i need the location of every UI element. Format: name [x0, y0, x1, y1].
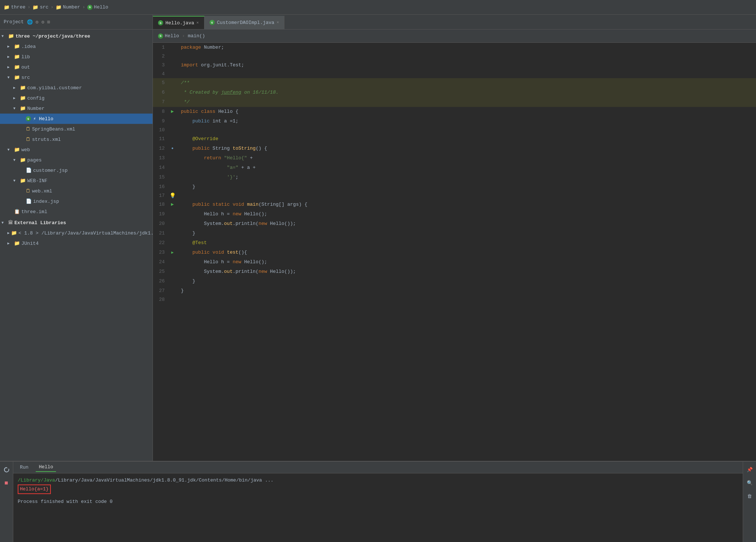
- console-highlighted-output: Hello{a=1}: [18, 484, 51, 494]
- bc-hello-icon: G: [158, 34, 163, 39]
- filter-btn[interactable]: 🔍: [745, 478, 755, 488]
- customer-jsp-icon: 📄: [26, 167, 32, 173]
- line-num-27: 27: [153, 287, 167, 295]
- code-7: */: [178, 97, 756, 107]
- line-num-8: 8: [153, 108, 167, 116]
- sidebar-item-three-iml[interactable]: 📋 three.iml: [0, 206, 153, 217]
- sidebar-item-webinf[interactable]: 📁 WEB-INF: [0, 176, 153, 186]
- sidebar-header: Project 🌐 ⚙ ⚙ ⊞: [0, 15, 153, 29]
- stop-btn[interactable]: ⏹: [1, 478, 12, 488]
- code-24: Hello h = new Hello();: [178, 257, 756, 267]
- sidebar-lib-label: lib: [21, 54, 30, 60]
- bottom-left-toolbar: ⏹: [0, 462, 13, 542]
- code-lines-container: 1 package Number; 2 3 import org.junit.T…: [153, 43, 756, 461]
- sidebar-item-java18[interactable]: 📁 < 1.8 > /Library/Java/JavaVirtualMachi…: [0, 228, 153, 238]
- globe-icon[interactable]: 🌐: [27, 19, 33, 25]
- console-output: /Library/Java/Library/Java/JavaVirtualMa…: [13, 473, 743, 542]
- sidebar-item-src[interactable]: 📁 src: [0, 72, 153, 83]
- sidebar-item-out[interactable]: 📁 out: [0, 62, 153, 72]
- code-line-27: 27 }: [153, 286, 756, 296]
- tab-customerdao[interactable]: G CustomerDAOImpl.java ×: [204, 16, 285, 29]
- breadcrumb-project[interactable]: 📁 three: [4, 4, 25, 10]
- code-2: [178, 56, 756, 57]
- code-19: Hello h = new Hello();: [178, 209, 756, 219]
- console-line-1: /Library/Java/Library/Java/JavaVirtualMa…: [18, 476, 738, 484]
- bc-hello[interactable]: G Hello: [158, 33, 179, 39]
- sidebar-item-springbeans[interactable]: 🗒 SpringBeans.xml: [0, 124, 153, 134]
- sidebar-item-idea[interactable]: 📁 .idea: [0, 41, 153, 52]
- sidebar: Project 🌐 ⚙ ⚙ ⊞ 📁 three ~/project/java/t…: [0, 15, 153, 461]
- line-num-14: 14: [153, 164, 167, 172]
- breadcrumb-hello[interactable]: G Hello: [87, 4, 108, 10]
- code-line-7: 7 */: [153, 97, 756, 107]
- bottom-panel: ⏹ Run Hello /Library/Java/Library/Java/J…: [0, 461, 756, 542]
- line-num-4: 4: [153, 70, 167, 78]
- gutter-23: ▶: [167, 249, 178, 257]
- bc-main[interactable]: main(): [188, 33, 205, 39]
- top-breadcrumb-bar: 📁 three › 📁 src › 📁 Number › G Hello: [0, 0, 756, 15]
- code-8: public class Hello {: [178, 107, 756, 117]
- number-folder-icon: 📁: [56, 4, 62, 10]
- code-area[interactable]: 1 package Number; 2 3 import org.junit.T…: [153, 43, 756, 461]
- line-num-3: 3: [153, 61, 167, 69]
- arrow-number: [13, 107, 18, 111]
- breadcrumb-sep-3: ›: [83, 5, 85, 10]
- bottom-tab-hello[interactable]: Hello: [36, 463, 56, 472]
- breadcrumb-sep-1: ›: [28, 5, 30, 10]
- sidebar-webxml-label: web.xml: [32, 188, 52, 194]
- breadcrumb-src[interactable]: 📁 src: [32, 4, 48, 10]
- code-line-22: 22 @Test: [153, 238, 756, 248]
- console-exit-message: Process finished with exit code 0: [18, 499, 112, 504]
- sidebar-item-extlibs[interactable]: 🏛 External Libraries: [0, 218, 153, 228]
- breadcrumb-hello-label: Hello: [94, 4, 108, 10]
- pin-btn[interactable]: 📌: [745, 465, 755, 475]
- line-num-20: 20: [153, 220, 167, 228]
- sidebar-item-config[interactable]: 📁 config: [0, 93, 153, 103]
- gear-icon[interactable]: ⚙: [41, 19, 44, 25]
- code-line-26: 26 }: [153, 277, 756, 286]
- indexjsp-icon: 📄: [26, 198, 32, 204]
- sidebar-idea-label: .idea: [21, 44, 36, 49]
- hello-tab-bottom-label: Hello: [39, 464, 53, 470]
- code-line-21: 21 }: [153, 229, 756, 238]
- expand-icon[interactable]: ⊞: [47, 19, 50, 25]
- arrow-junit4: [7, 241, 13, 246]
- bc-hello-label: Hello: [165, 33, 179, 39]
- sidebar-item-three[interactable]: 📁 three ~/project/java/three: [0, 31, 153, 41]
- arrow-pages: [13, 158, 18, 162]
- out-folder-icon: 📁: [14, 64, 20, 70]
- code-line-16: 16 }: [153, 182, 756, 192]
- arrow-src: [7, 76, 13, 80]
- arrow-lib: [7, 55, 13, 59]
- code-line-12: 12 ● public String toString() {: [153, 144, 756, 153]
- rerun-btn[interactable]: [1, 465, 12, 475]
- sidebar-item-junit4[interactable]: 📁 JUnit4: [0, 238, 153, 249]
- hello-tab-close[interactable]: ×: [196, 21, 199, 25]
- struts-icon: 🗒: [26, 137, 31, 142]
- customerdao-tab-icon: G: [210, 20, 215, 25]
- lib-folder-icon: 📁: [14, 54, 20, 60]
- code-5: /**: [178, 78, 756, 88]
- breadcrumb-number[interactable]: 📁 Number: [56, 4, 80, 10]
- sidebar-item-web-xml[interactable]: 🗒 web.xml: [0, 186, 153, 196]
- sidebar-item-pages[interactable]: 📁 pages: [0, 155, 153, 165]
- sidebar-item-web[interactable]: 📁 web: [0, 145, 153, 155]
- sidebar-item-index-jsp[interactable]: 📄 index.jsp: [0, 196, 153, 206]
- line-num-7: 7: [153, 98, 167, 106]
- bottom-tab-run[interactable]: Run: [17, 463, 31, 472]
- trash-btn[interactable]: 🗑: [745, 491, 755, 501]
- line-num-10: 10: [153, 126, 167, 134]
- config-icon[interactable]: ⚙: [36, 19, 39, 25]
- tab-hello-java[interactable]: G Hello.java ×: [153, 16, 204, 29]
- sidebar-item-com[interactable]: 📁 com.yiibai.customer: [0, 83, 153, 93]
- arrow-three: [1, 34, 7, 38]
- arrow-java18: [7, 231, 10, 235]
- arrow-out: [7, 65, 13, 69]
- sidebar-item-hello[interactable]: G ⚡ Hello: [0, 114, 153, 124]
- sidebar-item-struts[interactable]: 🗒 struts.xml: [0, 134, 153, 145]
- sidebar-item-customer-jsp[interactable]: 📄 customer.jsp: [0, 165, 153, 176]
- customerdao-tab-close[interactable]: ×: [277, 20, 279, 25]
- sidebar-item-lib[interactable]: 📁 lib: [0, 52, 153, 62]
- editor-tab-bar: G Hello.java × G CustomerDAOImpl.java ×: [153, 15, 756, 29]
- sidebar-item-number[interactable]: 📁 Number: [0, 103, 153, 114]
